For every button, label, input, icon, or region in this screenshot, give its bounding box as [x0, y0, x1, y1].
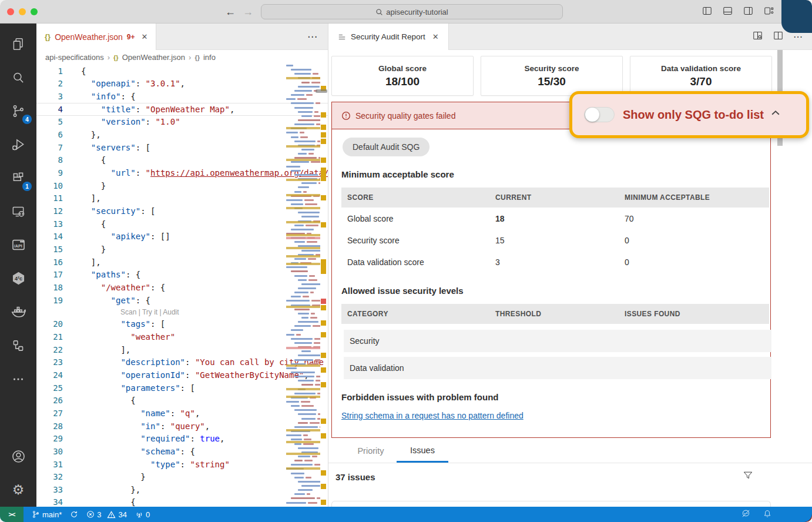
code-line[interactable]: 20 "tags": [ — [36, 317, 328, 330]
score-card-value: 18/100 — [385, 75, 420, 88]
extensions-icon[interactable]: 1 — [0, 161, 36, 195]
code-line[interactable]: 9 "url": "https://api.openweathermap.org… — [36, 166, 328, 179]
code-line[interactable]: 6 }, — [36, 128, 328, 141]
tab-close-icon[interactable]: ✕ — [142, 32, 148, 41]
code-line[interactable]: 26 { — [36, 394, 328, 407]
code-line[interactable]: 33 }, — [36, 483, 328, 496]
remote-explorer-icon[interactable] — [0, 195, 36, 228]
code-line[interactable]: 3 "info": { — [36, 90, 328, 103]
explorer-icon[interactable] — [0, 27, 36, 61]
panel-tab-close-icon[interactable]: ✕ — [432, 32, 439, 41]
code-line[interactable]: 10 } — [36, 179, 328, 192]
codelens-actions[interactable]: Scan | Try it | Audit — [36, 306, 328, 317]
toggle-secondary-sidebar-icon[interactable] — [743, 5, 754, 19]
open-preview-icon[interactable] — [752, 30, 763, 44]
code-line[interactable]: 28 "in": "query", — [36, 420, 328, 433]
dependency-graph-icon[interactable] — [0, 329, 36, 362]
code-line[interactable]: 11 ], — [36, 192, 328, 205]
breadcrumb-item[interactable]: info — [203, 53, 216, 62]
run-debug-icon[interactable] — [0, 128, 36, 161]
code-editor[interactable]: 1{2 "openapi": "3.0.1",3 "info": {4 "tit… — [36, 65, 328, 507]
panel-tab-priority[interactable]: Priority — [345, 439, 397, 463]
code-line[interactable]: 13 { — [36, 218, 328, 230]
problems-indicator[interactable]: 3 34 — [86, 510, 127, 519]
settings-gear-icon[interactable]: ⚙ — [0, 473, 36, 507]
line-number: 11 — [36, 193, 63, 203]
command-center-search[interactable]: apisecurity-tutorial — [261, 4, 563, 19]
code-line[interactable]: 14 "apikey": [] — [36, 230, 328, 243]
editor-scrollbar[interactable] — [316, 89, 327, 93]
toggle-panel-icon[interactable] — [722, 5, 733, 19]
ports-indicator[interactable]: 0 — [135, 510, 150, 519]
close-window-button[interactable] — [7, 8, 14, 15]
code-line[interactable]: 1{ — [36, 65, 328, 78]
warning-marker — [321, 332, 326, 337]
zoom-window-button[interactable] — [31, 8, 38, 15]
sqg-section: Security quality gates failed Default Au… — [331, 102, 771, 438]
forbidden-issue-link[interactable]: String schema in a request has no patter… — [341, 411, 524, 420]
split-editor-icon[interactable] — [773, 30, 784, 44]
line-number: 28 — [36, 421, 63, 431]
branch-indicator[interactable]: main* — [32, 510, 62, 519]
code-line[interactable]: 24 "operationId": "GetWeatherByCityName"… — [36, 369, 328, 382]
search-icon[interactable] — [0, 61, 36, 94]
breadcrumb[interactable]: api-specifications›{}OpenWeather.json›{}… — [36, 50, 328, 65]
toggle-primary-sidebar-icon[interactable] — [702, 5, 713, 19]
code-line[interactable]: 18 "/weather": { — [36, 281, 328, 294]
chevron-up-icon[interactable] — [770, 108, 781, 122]
history-back-button[interactable]: ← — [225, 4, 236, 19]
code-line[interactable]: 17 "paths": { — [36, 269, 328, 282]
code-line[interactable]: 8 { — [36, 154, 328, 167]
code-line[interactable]: 34 { — [36, 496, 328, 507]
code-line[interactable]: 31 "type": "string" — [36, 458, 328, 471]
docker-icon[interactable] — [0, 295, 36, 329]
code-line[interactable]: 15 } — [36, 243, 328, 256]
warning-marker — [321, 500, 326, 505]
code-line[interactable]: 4 "title": "OpenWeather Map", — [36, 103, 328, 116]
more-views-icon[interactable] — [0, 362, 36, 396]
breadcrumb-item[interactable]: OpenWeather.json — [122, 53, 185, 62]
code-line[interactable]: 7 "servers": [ — [36, 141, 328, 154]
source-control-icon[interactable]: 4 — [0, 94, 36, 128]
code-line[interactable]: 19 "get": { — [36, 294, 328, 307]
tab-security-audit-report[interactable]: Security Audit Report ✕ — [328, 24, 449, 50]
code-line[interactable]: 12 "security": [ — [36, 205, 328, 218]
code-line[interactable]: 16 ], — [36, 256, 328, 269]
breadcrumb-item[interactable]: api-specifications — [45, 53, 104, 62]
line-number: 6 — [36, 130, 63, 139]
sqg-todo-toggle[interactable] — [584, 107, 615, 122]
code-line[interactable]: 22 ], — [36, 343, 328, 356]
code-line[interactable]: 21 "weather" — [36, 330, 328, 343]
minimize-window-button[interactable] — [19, 8, 26, 15]
42crunch-icon[interactable]: 4²c — [0, 262, 36, 295]
code-line[interactable]: 23 "description": "You can call by city … — [36, 356, 328, 369]
table-header-cell: SCORE — [341, 193, 489, 202]
code-line[interactable]: 25 "parameters": [ — [36, 382, 328, 394]
customize-layout-icon[interactable] — [763, 5, 774, 19]
code-line[interactable]: 5 "version": "1.0" — [36, 116, 328, 129]
notifications-bell-icon[interactable] — [763, 509, 772, 520]
tab-openweather-json[interactable]: {} OpenWeather.json 9+ ✕ — [36, 24, 156, 50]
warning-marker — [321, 132, 326, 138]
code-line[interactable]: 27 "name": "q", — [36, 407, 328, 420]
priority-issues-tabs: PriorityIssues — [328, 439, 812, 463]
overview-ruler — [320, 65, 328, 507]
code-line[interactable]: 30 "schema": { — [36, 445, 328, 458]
copilot-disabled-icon[interactable] — [741, 508, 751, 520]
levels-title: Allowed issue security levels — [341, 286, 760, 296]
accounts-icon[interactable] — [0, 440, 36, 473]
minimap[interactable] — [286, 65, 320, 507]
warning-marker — [321, 484, 326, 489]
activity-bar: 4 1 /API 4²c ⚙ — [0, 24, 36, 507]
filter-funnel-icon[interactable] — [742, 470, 754, 484]
error-circle-icon — [341, 111, 351, 121]
branch-name: main* — [42, 510, 62, 519]
editor-actions-more-icon[interactable]: ⋯ — [307, 24, 318, 50]
remote-indicator[interactable]: >< — [0, 507, 24, 522]
code-line[interactable]: 32 } — [36, 470, 328, 483]
panel-tab-issues[interactable]: Issues — [397, 439, 448, 463]
code-line[interactable]: 29 "required": true, — [36, 432, 328, 445]
code-line[interactable]: 2 "openapi": "3.0.1", — [36, 78, 328, 91]
openapi-icon[interactable]: /API — [0, 228, 36, 262]
sync-button[interactable] — [70, 510, 78, 518]
